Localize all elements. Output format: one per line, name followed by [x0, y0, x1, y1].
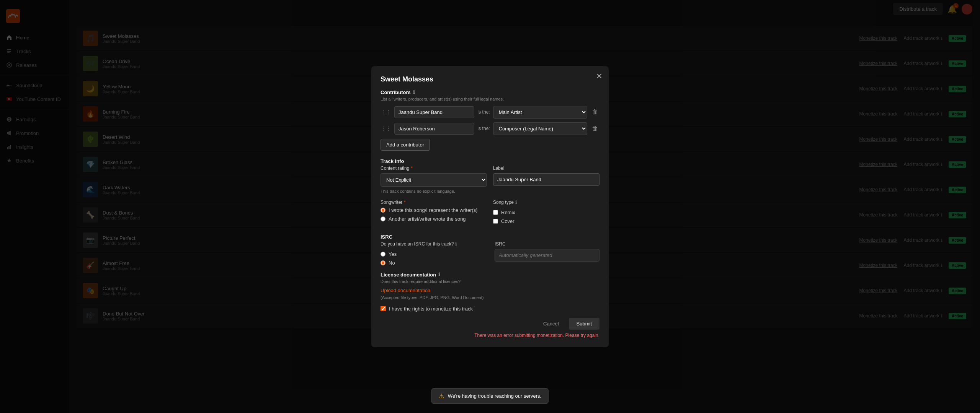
license-info-icon[interactable]: ℹ [438, 272, 440, 277]
isrc-yes-label: Yes [389, 251, 397, 257]
song-type-label: Song type ℹ [493, 200, 599, 205]
songwriter-section: Songwriter * I wrote this song/I represe… [381, 200, 487, 222]
isrc-section: ISRC Do you have an ISRC for this track?… [381, 234, 599, 266]
isrc-radio-no[interactable]: No [381, 260, 485, 266]
content-rating-label: Content rating * [381, 166, 487, 171]
songwriter-other-label: Another artist/writer wrote the song [389, 216, 466, 222]
cover-label: Cover [501, 218, 514, 224]
is-the-label-1: Is the: [477, 109, 490, 115]
isrc-input[interactable] [495, 249, 599, 262]
delete-contributor-1[interactable]: 🗑 [590, 107, 599, 117]
isrc-radio-yes[interactable]: Yes [381, 251, 485, 257]
toast-message: We're having trouble reaching our server… [448, 393, 541, 399]
rights-row: I have the rights to monetize this track [381, 306, 599, 312]
modal-overlay[interactable]: ✕ Sweet Molasses Contributors ℹ List all… [0, 0, 980, 413]
content-rating-select[interactable]: Not Explicit Explicit Clean [381, 173, 487, 187]
error-message: There was an error submitting monetizati… [474, 333, 599, 338]
isrc-info-icon[interactable]: ℹ [455, 241, 457, 247]
label-input[interactable] [493, 173, 599, 186]
license-subtitle: Does this track require additional licen… [381, 279, 599, 284]
song-type-cover[interactable]: Cover [493, 218, 599, 224]
songwriter-writer-label: I wrote this song/I represent the writer… [389, 207, 478, 213]
delete-contributor-2[interactable]: 🗑 [590, 124, 599, 133]
label-field: Label [493, 166, 599, 193]
contributor-name-input-2[interactable] [394, 123, 474, 135]
drag-handle-2[interactable]: ⋮⋮ [381, 125, 391, 132]
modal-footer: Cancel Submit There was an error submitt… [381, 318, 599, 338]
toast-warning-icon: ⚠ [439, 392, 444, 400]
song-type-section: Song type ℹ Remix Cover [493, 200, 599, 228]
upload-documentation-link[interactable]: Upload documentation [381, 288, 430, 293]
modal-buttons: Cancel Submit [537, 318, 599, 330]
content-rating-field: Content rating * Not Explicit Explicit C… [381, 166, 487, 193]
song-type-checkboxes: Remix Cover [493, 210, 599, 224]
songwriter-radio-writer[interactable]: I wrote this song/I represent the writer… [381, 207, 487, 213]
submit-button[interactable]: Submit [569, 318, 599, 330]
song-type-remix[interactable]: Remix [493, 210, 599, 215]
contributor-type-select-2[interactable]: Main Artist Featured Artist Composer (Le… [493, 122, 587, 135]
license-section-title: License documentation ℹ [381, 272, 599, 278]
add-contributor-button[interactable]: Add a contributor [381, 139, 430, 151]
songwriter-songtype-row: Songwriter * I wrote this song/I represe… [381, 200, 599, 228]
isrc-question-field: Do you have an ISRC for this track? ℹ Ye… [381, 241, 485, 266]
license-section: License documentation ℹ Does this track … [381, 272, 599, 300]
is-the-label-2: Is the: [477, 126, 490, 131]
monetization-modal: ✕ Sweet Molasses Contributors ℹ List all… [371, 66, 609, 347]
drag-handle-1[interactable]: ⋮⋮ [381, 109, 391, 115]
songwriter-radio-other[interactable]: Another artist/writer wrote the song [381, 216, 487, 222]
song-type-info-icon[interactable]: ℹ [515, 200, 517, 205]
remix-label: Remix [501, 210, 515, 215]
isrc-value-field: ISRC [495, 241, 599, 266]
contributor-row-2: ⋮⋮ Is the: Main Artist Featured Artist C… [381, 122, 599, 135]
songwriter-label: Songwriter * [381, 200, 487, 205]
contributors-info-icon[interactable]: ℹ [413, 89, 415, 95]
isrc-radio-group: Yes No [381, 251, 485, 266]
isrc-columns: Do you have an ISRC for this track? ℹ Ye… [381, 241, 599, 266]
contributors-subtitle: List all writers, producers, and artist(… [381, 97, 599, 101]
label-field-label: Label [493, 166, 599, 171]
track-info-fields: Content rating * Not Explicit Explicit C… [381, 166, 599, 193]
rights-label: I have the rights to monetize this track [389, 306, 473, 312]
modal-title: Sweet Molasses [381, 75, 599, 83]
track-info-section-title: Track Info [381, 158, 599, 164]
toast-notification: ⚠ We're having trouble reaching our serv… [431, 388, 549, 404]
songwriter-radio-group: I wrote this song/I represent the writer… [381, 207, 487, 222]
rights-checkbox[interactable] [381, 306, 386, 311]
cancel-button[interactable]: Cancel [537, 318, 565, 330]
contributor-row-1: ⋮⋮ Is the: Main Artist Featured Artist C… [381, 106, 599, 119]
modal-close-button[interactable]: ✕ [596, 72, 603, 80]
isrc-no-label: No [389, 260, 395, 266]
upload-hint: (Accepted file types: PDF, JPG, PNG, Wor… [381, 295, 599, 300]
contributors-section-title: Contributors ℹ [381, 89, 599, 95]
content-rating-hint: This track contains no explicit language… [381, 189, 487, 193]
isrc-value-label: ISRC [495, 241, 599, 247]
contributor-name-input-1[interactable] [394, 106, 474, 118]
isrc-question-label: Do you have an ISRC for this track? ℹ [381, 241, 485, 247]
contributor-type-select-1[interactable]: Main Artist Featured Artist Composer (Le… [493, 106, 587, 119]
isrc-section-title: ISRC [381, 234, 599, 240]
